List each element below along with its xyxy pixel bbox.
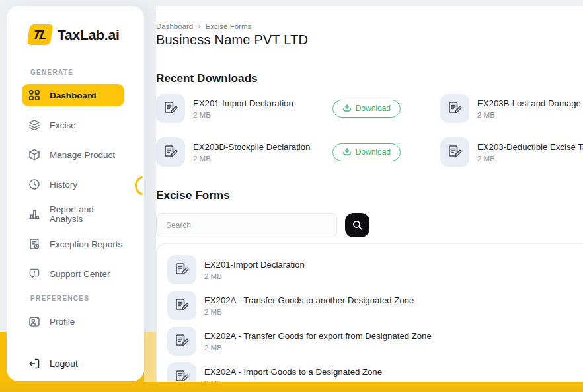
brand-logo-icon: TL [27,24,54,45]
logout-icon [28,357,41,370]
excise-forms-list: EX201-Import Declaration 2 MB EX202A - T… [156,243,583,392]
document-edit-icon [167,291,196,320]
section-label-generate: GENERATE [30,69,144,76]
file-name: EX202A - Transfer Goods for export from … [204,331,432,341]
layers-icon [28,118,41,132]
excise-forms-heading: Excise Forms [156,189,230,202]
download-item-text: EX203D-Stockpile Declaration 2 MB [193,142,310,163]
form-item-text: EX202A - Transfer Goods to another Desig… [204,295,414,316]
background-gap-shadow [144,332,156,382]
sidebar-nav-item[interactable]: Profile [22,310,124,333]
document-edit-icon [156,137,185,167]
generate-nav-list: Dashboard Excise Manage Product History … [7,84,144,285]
search-button[interactable] [345,213,369,237]
file-name: EX202A - Transfer Goods to another Desig… [204,295,414,305]
file-name: EX201-Import Declaration [193,98,293,108]
download-item: EX203-Deductible Excise Tax 2 MB [440,137,583,167]
download-button-label: Download [356,104,391,113]
main-content: Dashboard › Excise Forms Business Name P… [156,6,583,382]
brand-logo: TL TaxLab.ai [28,24,120,45]
section-label-preferences: PREFERENCES [30,295,144,302]
file-name: EX201-Import Declaration [204,260,305,270]
sidebar: TL TaxLab.ai GENERATE Dashboard Excise M… [7,6,144,381]
download-button[interactable]: Download [332,143,401,161]
doc-alert-icon [28,237,41,251]
badge-icon [28,315,41,328]
document-edit-icon [440,137,469,167]
recent-downloads-grid: EX201-Import Declaration 2 MB Download [156,94,583,167]
sidebar-section-preferences: PREFERENCES Profile [7,295,144,340]
breadcrumb-excise-forms[interactable]: Excise Forms [206,22,252,30]
sidebar-item-label: Excise [50,120,76,130]
form-list-item[interactable]: EX202A - Transfer Goods for export from … [157,323,583,359]
download-item: EX203B-Lost and Damage 2 MB [440,94,583,123]
sidebar-item-label: Profile [50,317,75,327]
page-title: Business Name PVT LTD [156,32,308,48]
download-item-text: EX203-Deductible Excise Tax 2 MB [477,142,583,163]
sidebar-item-label: Report and Analysis [50,204,124,224]
cube-icon [28,148,41,161]
download-icon [342,147,352,157]
sidebar-nav-item[interactable]: Exception Reports [22,233,124,255]
sidebar-item-label: Dashboard [50,91,97,100]
download-button[interactable]: Download [332,100,401,118]
file-size: 2 MB [477,111,581,119]
search-row [156,213,369,237]
logout-label: Logout [50,358,78,369]
file-size: 2 MB [204,308,414,316]
file-name: EX203B-Lost and Damage [477,98,581,108]
sidebar-collapse-handle[interactable] [135,176,143,198]
recent-downloads-heading: Recent Downloads [156,72,258,85]
sidebar-nav-item[interactable]: Manage Product [22,143,124,166]
sidebar-nav-item[interactable]: Excise [22,114,124,136]
file-size: 2 MB [204,344,432,352]
breadcrumb-separator-icon: › [198,22,200,30]
sidebar-item-label: Exception Reports [50,239,122,249]
sidebar-nav-item[interactable]: Support Center [22,262,124,285]
form-item-text: EX202A - Transfer Goods for export from … [204,331,432,352]
download-item: EX201-Import Declaration 2 MB Download [156,94,401,123]
brand-monogram: TL [32,28,48,42]
logout-button[interactable]: Logout [22,352,78,375]
app-window: Dashboard › Excise Forms Business Name P… [0,0,583,392]
breadcrumb: Dashboard › Excise Forms [156,22,251,30]
brand-name: TaxLab.ai [58,27,120,43]
document-edit-icon [440,94,469,123]
document-edit-icon [167,327,196,356]
breadcrumb-dashboard[interactable]: Dashboard [156,22,193,30]
chart-icon [28,208,41,221]
file-name: EX203D-Stockpile Declaration [193,142,310,152]
sidebar-nav-item[interactable]: Dashboard [22,84,124,106]
form-list-item[interactable]: EX201-Import Declaration 2 MB [157,252,583,288]
file-size: 2 MB [204,272,305,280]
form-item-text: EX201-Import Declaration 2 MB [204,260,305,280]
sidebar-nav-item[interactable]: History [22,173,124,196]
sidebar-nav-item[interactable]: Report and Analysis [22,203,124,225]
download-icon [342,104,352,113]
document-edit-icon [156,94,185,123]
grid-icon [28,89,41,102]
download-item-text: EX203B-Lost and Damage 2 MB [477,98,581,119]
preferences-nav-list: Profile [7,310,144,333]
search-icon [352,219,363,231]
download-button-label: Download [356,147,391,157]
sidebar-item-label: History [50,180,77,190]
sidebar-section-generate: GENERATE Dashboard Excise Manage Product… [7,69,144,292]
download-item: EX203D-Stockpile Declaration 2 MB Downlo… [156,137,401,167]
sidebar-item-label: Support Center [50,269,110,279]
sidebar-item-label: Manage Product [50,150,115,160]
search-input[interactable] [156,213,337,237]
file-size: 2 MB [477,155,583,163]
file-name: EX202A - Import Goods to a Designated Zo… [204,367,382,377]
download-item-text: EX201-Import Declaration 2 MB [193,98,293,119]
chat-icon [28,267,41,280]
form-list-item[interactable]: EX202A - Transfer Goods to another Desig… [157,288,583,323]
clock-icon [28,178,41,191]
file-name: EX203-Deductible Excise Tax [477,142,583,152]
bottom-accent-bar [0,382,583,392]
file-size: 2 MB [193,155,310,163]
document-edit-icon [167,255,196,284]
file-size: 2 MB [193,111,293,119]
